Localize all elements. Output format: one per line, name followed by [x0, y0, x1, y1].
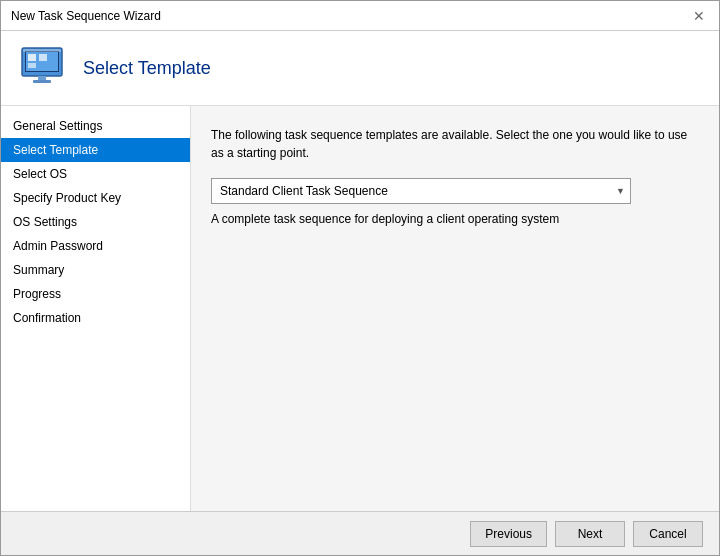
description-text: The following task sequence templates ar… [211, 126, 699, 162]
sidebar-item-os-settings[interactable]: OS Settings [1, 210, 190, 234]
next-button[interactable]: Next [555, 521, 625, 547]
cancel-button[interactable]: Cancel [633, 521, 703, 547]
main-content: The following task sequence templates ar… [191, 106, 719, 511]
header-area: Select Template [1, 31, 719, 106]
sidebar-item-select-os[interactable]: Select OS [1, 162, 190, 186]
wizard-window: New Task Sequence Wizard ✕ [0, 0, 720, 556]
sidebar-item-confirmation[interactable]: Confirmation [1, 306, 190, 330]
window-title: New Task Sequence Wizard [11, 9, 161, 23]
sidebar-item-specify-product-key[interactable]: Specify Product Key [1, 186, 190, 210]
svg-rect-5 [39, 54, 47, 61]
sidebar: General Settings Select Template Select … [1, 106, 191, 511]
svg-rect-4 [28, 63, 36, 68]
sidebar-item-general-settings[interactable]: General Settings [1, 114, 190, 138]
template-description-text: A complete task sequence for deploying a… [211, 212, 699, 226]
title-bar: New Task Sequence Wizard ✕ [1, 1, 719, 31]
footer-area: Previous Next Cancel [1, 511, 719, 555]
svg-rect-8 [23, 49, 61, 52]
svg-rect-3 [28, 54, 36, 61]
sidebar-item-admin-password[interactable]: Admin Password [1, 234, 190, 258]
sidebar-item-select-template[interactable]: Select Template [1, 138, 190, 162]
header-icon [17, 43, 67, 93]
sidebar-item-progress[interactable]: Progress [1, 282, 190, 306]
sidebar-item-summary[interactable]: Summary [1, 258, 190, 282]
template-dropdown[interactable]: Standard Client Task Sequence Standard C… [211, 178, 631, 204]
page-title: Select Template [83, 58, 211, 79]
previous-button[interactable]: Previous [470, 521, 547, 547]
content-area: General Settings Select Template Select … [1, 106, 719, 511]
svg-rect-7 [33, 80, 51, 83]
close-button[interactable]: ✕ [689, 6, 709, 26]
template-dropdown-wrapper: Standard Client Task Sequence Standard C… [211, 178, 631, 204]
